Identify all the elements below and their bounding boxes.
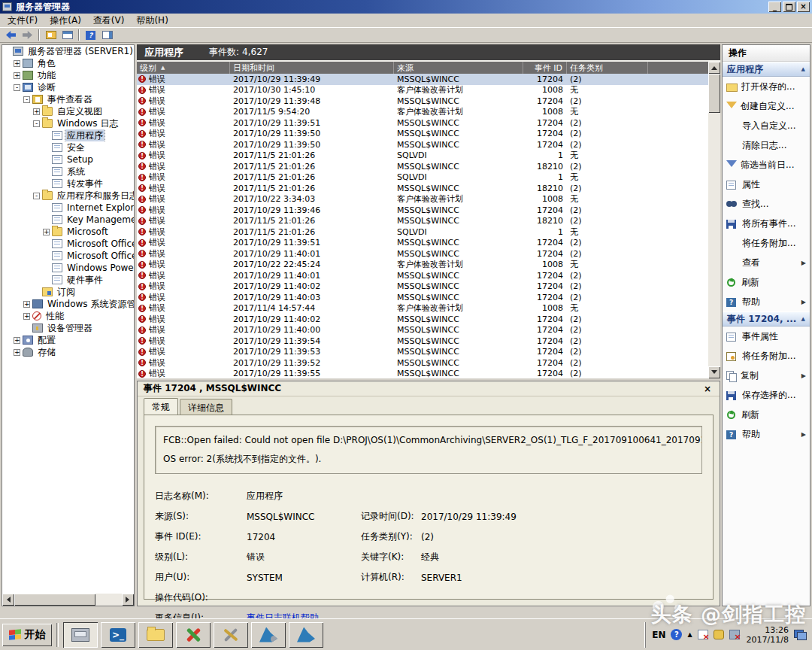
taskbar-button-wincc-explorer[interactable] bbox=[251, 622, 286, 648]
event-row[interactable]: !错误2017/10/29 11:39:46MSSQL$WINCC17204(2… bbox=[137, 205, 708, 216]
action-section-header[interactable]: 应用程序▲ bbox=[723, 62, 810, 77]
tree-item[interactable]: -事件查看器 bbox=[2, 93, 134, 105]
preview-close-icon[interactable]: × bbox=[701, 384, 714, 394]
action-item[interactable]: 刷新 bbox=[723, 405, 810, 424]
tree-item[interactable]: -诊断 bbox=[2, 81, 134, 93]
action-item[interactable]: 创建自定义... bbox=[723, 96, 810, 116]
event-row[interactable]: !错误2017/10/29 11:40:01MSSQL$WINCC17204(2… bbox=[137, 270, 708, 281]
event-row[interactable]: !错误2017/11/4 14:57:44客户体验改善计划1008无 bbox=[137, 303, 708, 314]
collapse-minus-icon[interactable]: - bbox=[14, 84, 20, 91]
event-row[interactable]: !错误2017/10/29 11:39:51MSSQL$WINCC17204(2… bbox=[137, 238, 708, 249]
tree-item[interactable]: 设备管理器 bbox=[2, 322, 134, 334]
event-row[interactable]: !错误2017/10/29 11:39:49MSSQL$WINCC17204(2… bbox=[137, 74, 708, 85]
column-header[interactable]: 来源 bbox=[394, 62, 523, 74]
tree-item[interactable]: 服务器管理器 (SERVER1) bbox=[2, 45, 134, 57]
action-item[interactable]: 清除日志... bbox=[723, 135, 810, 155]
tree-item[interactable]: +性能 bbox=[2, 310, 134, 322]
action-item[interactable]: 将任务附加... bbox=[723, 233, 810, 253]
tree-item[interactable]: 安全 bbox=[2, 141, 134, 153]
event-row[interactable]: !错误2017/10/22 3:34:03客户体验改善计划1008无 bbox=[137, 194, 708, 205]
taskbar-button-powershell[interactable] bbox=[101, 622, 135, 648]
scroll-thumb[interactable] bbox=[14, 594, 95, 606]
tree-item[interactable]: +Windows 系统资源管理器 bbox=[2, 298, 134, 310]
console-button[interactable] bbox=[59, 29, 75, 42]
tree-item[interactable]: -Windows 日志 bbox=[2, 117, 134, 129]
event-row[interactable]: !错误2017/10/29 11:40:01MSSQL$WINCC17204(2… bbox=[137, 248, 708, 260]
action-item[interactable]: 帮助▶ bbox=[723, 292, 810, 311]
expand-plus-icon[interactable]: + bbox=[14, 349, 20, 356]
event-row[interactable]: !错误2017/11/5 21:01:26SQLVDI1无 bbox=[137, 150, 708, 162]
help-tray-icon[interactable]: ? bbox=[671, 629, 682, 640]
tab-general[interactable]: 常规 bbox=[144, 398, 178, 415]
event-row[interactable]: !错误2017/10/29 11:39:48MSSQL$WINCC17204(2… bbox=[137, 96, 708, 107]
tree-item[interactable]: +Microsoft bbox=[2, 226, 134, 238]
tree-item[interactable]: -应用程序和服务日志 bbox=[2, 190, 134, 202]
event-row[interactable]: !错误2017/10/29 11:40:02MSSQL$WINCC17204(2… bbox=[137, 314, 708, 325]
tree-item[interactable]: +自定义视图 bbox=[2, 105, 134, 117]
event-row[interactable]: !错误2017/10/29 11:39:51MSSQL$WINCC17204(2… bbox=[137, 117, 708, 129]
action-item[interactable]: 复制▶ bbox=[723, 366, 810, 385]
actionpane-button[interactable] bbox=[99, 29, 115, 42]
action-item[interactable]: 查看▶ bbox=[723, 253, 810, 272]
event-row[interactable]: !错误2017/10/29 11:40:02MSSQL$WINCC17204(2… bbox=[137, 281, 708, 293]
expand-plus-icon[interactable]: + bbox=[14, 60, 20, 67]
language-indicator[interactable]: EN bbox=[652, 630, 665, 640]
column-header[interactable]: 任务类别 bbox=[567, 62, 648, 74]
action-item[interactable]: 刷新 bbox=[723, 272, 810, 292]
expand-plus-icon[interactable]: + bbox=[14, 337, 20, 344]
show-hidden-icons-chevron[interactable]: ▲ bbox=[687, 631, 692, 638]
tree-item[interactable]: Microsoft Office S bbox=[2, 250, 134, 262]
taskbar-button-wincc-runtime[interactable] bbox=[176, 622, 211, 648]
event-row[interactable]: !错误2017/10/29 11:40:00MSSQL$WINCC17204(2… bbox=[137, 325, 708, 336]
expand-plus-icon[interactable]: + bbox=[33, 108, 40, 115]
event-row[interactable]: !错误2017/11/5 21:01:26SQLVDI1无 bbox=[137, 172, 708, 184]
tree-item[interactable]: Setup bbox=[2, 153, 134, 166]
scroll-left-button[interactable] bbox=[2, 594, 14, 606]
tree-item[interactable]: 转发事件 bbox=[2, 178, 134, 190]
tree-item[interactable]: Key Management Ser bbox=[2, 214, 134, 226]
event-row[interactable]: !错误2017/10/22 22:45:24客户体验改善计划1008无 bbox=[137, 260, 708, 271]
event-row[interactable]: !错误2017/10/29 11:39:53MSSQL$WINCC17204(2… bbox=[137, 347, 708, 358]
collapse-minus-icon[interactable]: - bbox=[33, 193, 40, 199]
event-row[interactable]: !错误2017/10/30 1:45:10客户体验改善计划1008无 bbox=[137, 85, 708, 96]
action-item[interactable]: 保存选择的... bbox=[723, 385, 810, 405]
menu-item[interactable]: 查看(V) bbox=[87, 13, 131, 29]
forward-button[interactable] bbox=[20, 29, 35, 42]
tree-item[interactable]: 应用程序 bbox=[2, 129, 134, 141]
event-row[interactable]: !错误2017/10/29 11:39:50MSSQL$WINCC17204(2… bbox=[137, 129, 708, 140]
restore-button[interactable] bbox=[783, 2, 795, 12]
tab-details[interactable]: 详细信息 bbox=[180, 399, 232, 415]
expand-plus-icon[interactable]: + bbox=[14, 72, 20, 79]
tray-status-icon-1[interactable] bbox=[698, 630, 708, 639]
tree-item[interactable]: +存储 bbox=[2, 346, 134, 358]
tree-item[interactable]: 硬件事件 bbox=[2, 274, 134, 286]
event-row[interactable]: !错误2017/10/29 11:39:52MSSQL$WINCC17204(2… bbox=[137, 357, 708, 369]
menu-item[interactable]: 操作(A) bbox=[44, 13, 87, 29]
collapse-minus-icon[interactable]: - bbox=[23, 96, 30, 103]
event-row[interactable]: !错误2017/11/5 21:01:26SQLVDI1无 bbox=[137, 226, 708, 238]
tree-item[interactable]: Internet Explorer bbox=[2, 202, 134, 214]
action-item[interactable]: 将所有事件... bbox=[723, 214, 810, 233]
tree-item[interactable]: 系统 bbox=[2, 166, 134, 178]
tree-item[interactable]: 订阅 bbox=[2, 286, 134, 298]
network-tray-icon[interactable] bbox=[794, 630, 807, 640]
scroll-down-button[interactable] bbox=[708, 366, 720, 378]
action-item[interactable]: 将任务附加... bbox=[723, 346, 810, 366]
tray-status-icon-3[interactable] bbox=[729, 630, 740, 639]
expand-plus-icon[interactable]: + bbox=[23, 313, 30, 320]
column-header[interactable]: 级别▲ bbox=[137, 62, 230, 74]
event-row[interactable]: !错误2017/10/29 11:39:50MSSQL$WINCC17204(2… bbox=[137, 139, 708, 150]
event-row[interactable]: !错误2017/10/29 11:39:55MSSQL$WINCC17204(2… bbox=[137, 369, 708, 379]
event-row[interactable]: !错误2017/11/5 21:01:26MSSQL$WINCC18210(2) bbox=[137, 216, 708, 227]
minimize-button[interactable]: _ bbox=[768, 2, 781, 12]
taskbar-button-wincc-app[interactable] bbox=[289, 622, 323, 648]
taskbar-button-server-manager[interactable] bbox=[63, 622, 98, 648]
tree-horizontal-scrollbar[interactable] bbox=[2, 594, 134, 606]
expand-plus-icon[interactable]: + bbox=[23, 301, 30, 308]
event-row[interactable]: !错误2017/11/5 21:01:26MSSQL$WINCC18210(2) bbox=[137, 161, 708, 172]
action-item[interactable]: 帮助▶ bbox=[723, 424, 810, 444]
action-item[interactable]: 事件属性 bbox=[723, 327, 810, 346]
help-button[interactable] bbox=[83, 29, 98, 42]
collapse-minus-icon[interactable]: - bbox=[33, 120, 40, 127]
tree-item[interactable]: +角色 bbox=[2, 57, 134, 69]
